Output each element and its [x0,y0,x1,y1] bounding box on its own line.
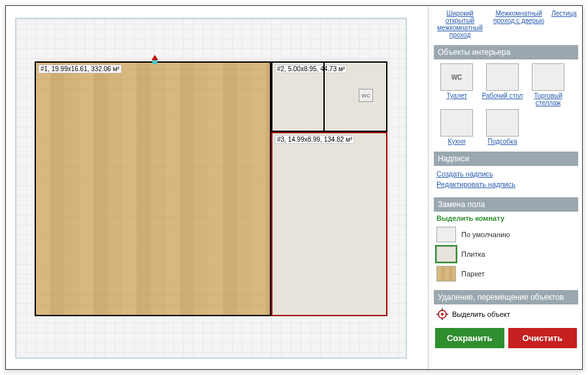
svg-point-1 [441,313,444,316]
sidebar: Широкий открытый межкомнатный проход Меж… [428,6,582,369]
interior-objects-grid: WC Туалет Рабочий стол Торговый стеллаж … [434,59,578,149]
door-marker[interactable] [151,55,159,63]
link-stairs[interactable]: Лестица [551,10,577,39]
clear-button[interactable]: Очистить [508,328,578,348]
link-select-object[interactable]: Выделить объект [452,310,510,318]
room-3-label: #3, 14.99x8.99, 134.82 м² [275,135,354,144]
object-desk-label: Рабочий стол [481,92,524,99]
kitchen-icon [440,109,473,137]
swatch-tile-icon [436,246,456,262]
floor-hint: Выделить комнату [434,212,578,225]
arrow-down-icon [152,55,158,60]
room-3-selected[interactable]: #3, 14.99x8.99, 134.82 м² [271,132,387,316]
floor-option-default[interactable]: По умолчанию [436,225,576,244]
select-object-row: Выделить объект [434,304,578,324]
room-1-label: #1, 19.99x16.61, 332.06 м² [39,65,122,73]
object-desk[interactable]: Рабочий стол [481,63,524,106]
object-shelf-label: Торговый стеллаж [527,92,570,106]
section-delete-move: Удаление, перемещение объектов [434,290,578,304]
floor-option-parquet[interactable]: Паркет [436,264,576,284]
save-button[interactable]: Сохранить [435,328,504,348]
section-interior-objects: Объекты интерьера [434,45,578,59]
room-2-label: #2, 5.00x8.95, 44.73 м² [275,65,347,73]
object-storage[interactable]: Подсобка [481,109,524,145]
toilet-icon: WC [440,63,473,91]
room-1[interactable]: #1, 19.99x16.61, 332.06 м² [35,61,271,316]
floor-tile-label: Плитка [461,250,485,258]
room-2[interactable]: #2, 5.00x8.95, 44.73 м² WC [271,61,387,132]
desk-icon [486,63,519,91]
wc-icon[interactable]: WC [359,89,373,102]
object-storage-label: Подсобка [481,138,524,145]
floor-options: По умолчанию Плитка Паркет [434,225,578,287]
section-floor: Замена пола [434,197,578,212]
link-wide-passage[interactable]: Широкий открытый межкомнатный проход [434,10,486,39]
label-actions: Создать надпись Редактировать надпись [434,166,578,195]
swatch-parquet-icon [436,266,456,282]
app-frame: #1, 19.99x16.61, 332.06 м² #2, 5.00x8.95… [5,5,583,370]
object-kitchen[interactable]: Кухня [435,109,478,145]
action-buttons: Сохранить Очистить [434,324,578,350]
shelf-icon [532,63,564,91]
floor-option-tile[interactable]: Плитка [436,244,576,264]
section-labels: Надписи [434,152,578,166]
storage-icon [486,109,519,137]
passage-links: Широкий открытый межкомнатный проход Меж… [434,10,578,42]
link-door-passage[interactable]: Межкомнатный проход с дверью [493,10,545,39]
object-kitchen-label: Кухня [435,138,478,145]
door-pin-icon [152,60,157,64]
link-edit-label[interactable]: Редактировать надпись [436,179,576,189]
floor-parquet-label: Паркет [461,270,485,278]
object-toilet-label: Туалет [435,92,478,99]
link-create-label[interactable]: Создать надпись [436,169,576,179]
floor-default-label: По умолчанию [461,231,510,238]
swatch-default-icon [436,227,456,242]
target-icon [436,308,448,320]
object-shelf[interactable]: Торговый стеллаж [527,63,570,106]
floorplan-canvas[interactable]: #1, 19.99x16.61, 332.06 м² #2, 5.00x8.95… [15,18,407,359]
object-toilet[interactable]: WC Туалет [435,63,478,106]
canvas-area: #1, 19.99x16.61, 332.06 м² #2, 5.00x8.95… [6,6,428,369]
room-2-divider [323,63,325,131]
